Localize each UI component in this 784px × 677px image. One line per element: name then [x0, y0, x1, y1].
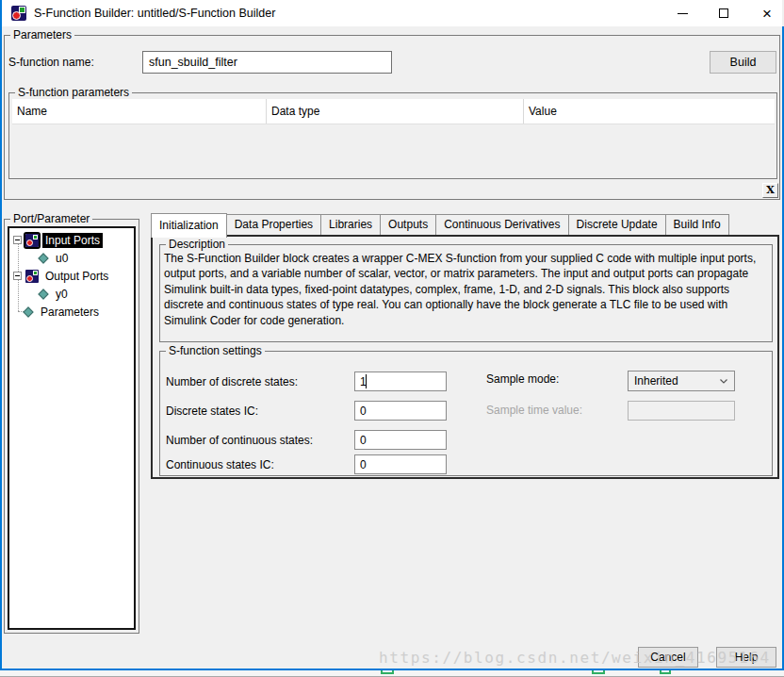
sample-time-input	[628, 401, 735, 421]
discrete-states-ic-fieldwrap	[354, 401, 447, 421]
window-title: S-Function Builder: untitled/S-Function …	[34, 7, 275, 20]
continuous-states-ic-label: Continuous states IC:	[166, 458, 274, 471]
tab-initialization[interactable]: Initialization	[151, 213, 227, 238]
tab-strip: Initialization Data Properties Libraries…	[151, 214, 729, 236]
tree-item-output-ports[interactable]: Output Ports	[13, 268, 111, 284]
app-icon	[11, 6, 26, 21]
description-text: The S-Function Builder block creates a w…	[164, 251, 767, 328]
window-border-left	[0, 0, 2, 670]
minimize-button[interactable]	[663, 0, 701, 26]
tree-item-u0[interactable]: u0	[38, 250, 71, 266]
parameters-group: Parameters S-function name: Build S-func…	[4, 35, 780, 200]
port-block-icon	[25, 234, 39, 247]
column-header-value: Value	[524, 99, 775, 124]
column-header-name: Name	[12, 99, 267, 124]
port-parameter-group-label: Port/Parameter	[10, 212, 92, 225]
watermark-text: https://blog.csdn.net/weixin_41695164	[379, 649, 771, 667]
close-button[interactable]: ×	[748, 0, 784, 26]
help-button[interactable]: Help	[716, 647, 776, 668]
tree-item-label: y0	[53, 287, 71, 302]
minimize-icon	[678, 13, 688, 14]
parameters-group-label: Parameters	[10, 28, 74, 41]
parameters-table-body[interactable]	[12, 124, 775, 174]
tab-continuous-derivatives[interactable]: Continuous Derivatives	[436, 214, 568, 236]
continuous-states-count-input[interactable]	[354, 430, 447, 450]
sample-mode-dropdown[interactable]: Inherited	[628, 371, 735, 391]
chevron-down-icon	[720, 379, 727, 384]
close-icon: ×	[762, 6, 772, 22]
signal-diamond-icon	[38, 289, 48, 299]
taskbar-icon-fragment	[660, 670, 671, 674]
taskbar-icon-fragment	[592, 670, 605, 674]
parameters-table-header: Name Data type Value	[12, 99, 775, 124]
discrete-states-ic-input[interactable]	[354, 401, 447, 421]
maximize-button[interactable]	[705, 0, 743, 26]
collapse-parameters-button[interactable]: X	[762, 183, 778, 198]
sfunction-parameters-group: S-function parameters Name Data type Val…	[8, 92, 777, 179]
tree-item-label: u0	[53, 251, 71, 266]
continuous-states-ic-input[interactable]	[354, 454, 447, 474]
titlebar[interactable]: S-Function Builder: untitled/S-Function …	[2, 0, 782, 26]
continuous-states-count-fieldwrap	[354, 430, 447, 450]
signal-diamond-icon	[23, 306, 33, 317]
collapse-minus-icon[interactable]	[13, 236, 22, 244]
tree-item-label: Input Ports	[42, 233, 103, 248]
port-block-icon	[25, 270, 39, 283]
sfunction-name-input[interactable]	[142, 51, 392, 74]
tab-libraries[interactable]: Libraries	[321, 214, 381, 236]
port-parameter-tree[interactable]: Input Ports u0 Output Ports y0 Parameter…	[8, 226, 136, 630]
sfunction-settings-group: S-function settings Number of discrete s…	[159, 351, 773, 476]
port-parameter-group: Port/Parameter Input Ports u0 Output Por…	[4, 219, 139, 634]
sample-mode-label: Sample mode:	[486, 372, 559, 386]
column-header-datatype: Data type	[267, 99, 524, 124]
discrete-states-count-input[interactable]	[354, 372, 447, 391]
tab-outputs[interactable]: Outputs	[381, 214, 436, 236]
tree-item-y0[interactable]: y0	[38, 286, 71, 302]
discrete-states-ic-label: Discrete states IC:	[166, 405, 258, 418]
maximize-icon	[719, 8, 728, 18]
tab-data-properties[interactable]: Data Properties	[227, 214, 321, 236]
sample-mode-value: Inherited	[634, 374, 678, 388]
initialization-tab-panel: Description The S-Function Builder block…	[151, 235, 779, 479]
sfunction-settings-group-label: S-function settings	[166, 344, 265, 357]
taskbar-sliver	[0, 670, 784, 677]
cancel-button[interactable]: Cancel	[638, 647, 698, 668]
tree-item-label: Parameters	[38, 305, 102, 320]
tree-item-parameters[interactable]: Parameters	[23, 304, 102, 320]
sfunction-builder-dialog: S-Function Builder: untitled/S-Function …	[0, 0, 784, 677]
tree-item-label: Output Ports	[42, 269, 111, 284]
continuous-states-ic-fieldwrap	[354, 454, 447, 474]
discrete-states-count-fieldwrap	[354, 372, 447, 391]
tab-build-info[interactable]: Build Info	[666, 214, 729, 236]
description-group: Description The S-Function Builder block…	[159, 244, 773, 342]
text-caret	[366, 374, 367, 388]
sfunction-name-label: S-function name:	[8, 56, 94, 69]
signal-diamond-icon	[38, 253, 48, 263]
discrete-states-count-label: Number of discrete states:	[166, 375, 298, 388]
description-group-label: Description	[166, 238, 228, 251]
taskbar-icon-fragment	[381, 670, 394, 674]
sfunction-parameters-group-label: S-function parameters	[15, 86, 132, 99]
collapse-minus-icon[interactable]	[13, 272, 22, 280]
continuous-states-count-label: Number of continuous states:	[166, 434, 313, 447]
tree-item-input-ports[interactable]: Input Ports	[13, 232, 103, 248]
sample-time-label: Sample time value:	[486, 404, 582, 417]
build-button[interactable]: Build	[710, 51, 776, 74]
tab-discrete-update[interactable]: Discrete Update	[569, 214, 666, 236]
